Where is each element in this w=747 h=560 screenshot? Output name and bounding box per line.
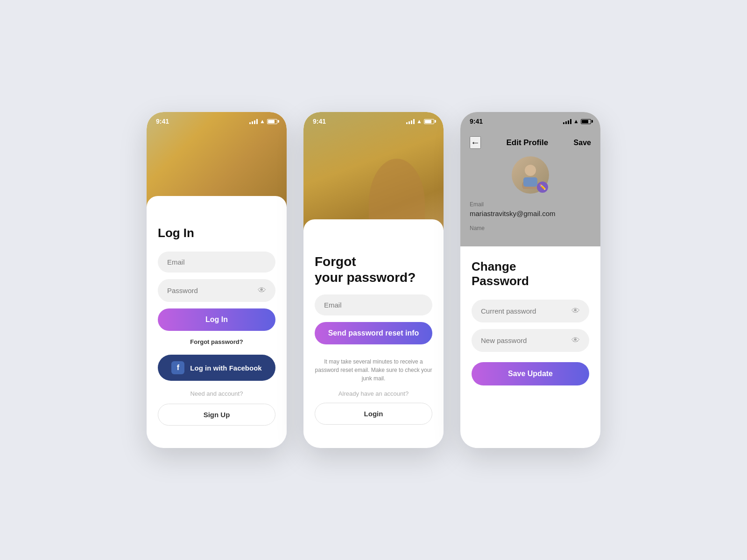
change-password-title: Change Password — [472, 259, 589, 288]
already-account-text: Already have an account? — [315, 390, 432, 397]
eye-icon-current[interactable]: 👁 — [571, 306, 580, 316]
email-section: Email mariastravitsky@gmail.com Name — [460, 201, 600, 237]
email-label: Email — [470, 201, 591, 208]
send-reset-button[interactable]: Send password reset info — [315, 322, 432, 344]
status-bar-2: 9:41 ▲ — [303, 112, 444, 129]
forgot-content: Forgot your password? Send password rese… — [303, 243, 444, 440]
eye-icon-1[interactable]: 👁 — [258, 286, 266, 295]
facebook-login-button[interactable]: f Log in with Facebook — [158, 355, 275, 381]
login-button-2[interactable]: Login — [315, 403, 432, 425]
email-input-2[interactable] — [324, 301, 423, 309]
avatar-container: ✏️ — [512, 156, 549, 194]
signal-icon-2 — [406, 119, 415, 124]
need-account-text: Need and account? — [158, 390, 275, 397]
login-phone: 9:41 ▲ Log In 👁 — [147, 112, 287, 448]
reset-hint-text: It may take several minutes to receive a… — [315, 357, 432, 383]
status-icons-1: ▲ — [249, 118, 277, 125]
header-image-1: 9:41 ▲ — [147, 112, 287, 215]
signal-icon-3 — [563, 119, 571, 124]
screens-container: 9:41 ▲ Log In 👁 — [128, 84, 619, 476]
edit-profile-nav: ← Edit Profile Save — [460, 136, 600, 149]
name-label: Name — [470, 225, 591, 231]
email-value: mariastravitsky@gmail.com — [470, 210, 591, 217]
status-bar-3: 9:41 ▲ — [460, 112, 600, 129]
wifi-icon-2: ▲ — [416, 118, 422, 125]
svg-rect-2 — [523, 177, 537, 187]
password-input-1[interactable] — [167, 287, 258, 294]
current-password-input[interactable] — [481, 307, 571, 315]
forgot-password-link-1[interactable]: Forgot password? — [158, 338, 275, 345]
time-3: 9:41 — [470, 118, 483, 125]
time-1: 9:41 — [156, 118, 169, 125]
facebook-button-label: Log in with Facebook — [190, 364, 261, 372]
email-field-wrap-2[interactable] — [315, 294, 432, 315]
edit-profile-phone: 9:41 ▲ ← Edit Profile — [460, 112, 600, 448]
status-icons-2: ▲ — [406, 118, 434, 125]
svg-point-0 — [525, 165, 536, 176]
avatar-edit-icon[interactable]: ✏️ — [537, 182, 548, 193]
new-password-input[interactable] — [481, 336, 571, 344]
battery-icon-2 — [424, 119, 434, 124]
status-icons-3: ▲ — [563, 118, 591, 125]
wifi-icon-3: ▲ — [573, 118, 579, 125]
email-field-wrap-1[interactable] — [158, 252, 275, 273]
signup-button[interactable]: Sign Up — [158, 404, 275, 426]
login-button-1[interactable]: Log In — [158, 308, 275, 331]
save-update-button[interactable]: Save Update — [472, 362, 589, 385]
current-password-wrap[interactable]: 👁 — [472, 300, 589, 322]
edit-profile-title: Edit Profile — [506, 138, 548, 147]
save-profile-button[interactable]: Save — [574, 139, 591, 147]
login-content: Log In 👁 Log In Forgot password? f Log i… — [147, 215, 287, 441]
forgot-title: Forgot your password? — [315, 254, 432, 285]
eye-icon-new[interactable]: 👁 — [571, 336, 580, 345]
wifi-icon-1: ▲ — [260, 118, 265, 125]
status-bar-1: 9:41 ▲ — [147, 112, 287, 129]
facebook-icon: f — [171, 361, 184, 374]
time-2: 9:41 — [313, 118, 326, 125]
password-field-wrap-1[interactable]: 👁 — [158, 279, 275, 302]
header-image-2: 9:41 ▲ — [303, 112, 444, 243]
login-title: Log In — [158, 226, 275, 240]
forgot-password-phone: 9:41 ▲ Forgot your password? — [303, 112, 444, 448]
battery-icon-3 — [581, 119, 591, 124]
battery-icon-1 — [267, 119, 277, 124]
signal-icon-1 — [249, 119, 258, 124]
new-password-wrap[interactable]: 👁 — [472, 329, 589, 352]
change-password-card: Change Password 👁 👁 Save Update — [460, 246, 600, 400]
email-input-1[interactable] — [167, 258, 266, 266]
profile-header: 9:41 ▲ ← Edit Profile — [460, 112, 600, 246]
back-button[interactable]: ← — [470, 136, 481, 149]
